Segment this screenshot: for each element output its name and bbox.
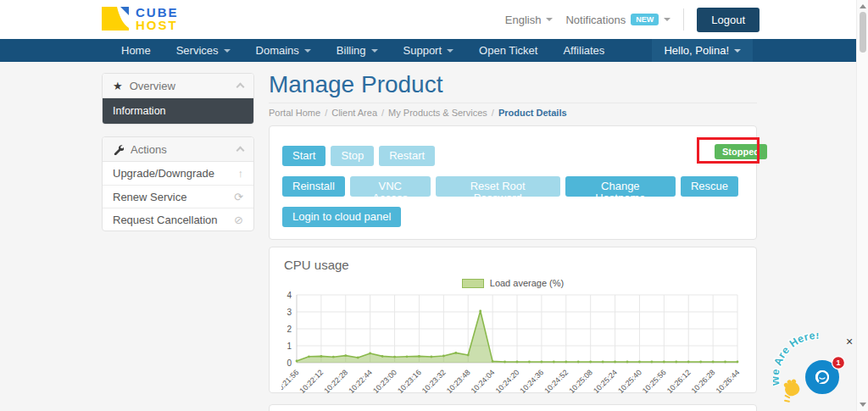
star-icon: ★ <box>113 80 123 92</box>
language-label: English <box>505 14 542 26</box>
user-greeting-dropdown[interactable]: Hello, Polina! <box>652 39 753 62</box>
svg-text:10:23:16: 10:23:16 <box>396 368 423 393</box>
breadcrumb: Portal Home/Client Area/My Products & Se… <box>269 108 567 118</box>
rescue-button[interactable]: Rescue <box>681 176 738 197</box>
nav-item-open-ticket[interactable]: Open Ticket <box>466 39 550 62</box>
svg-text:4: 4 <box>287 291 292 300</box>
svg-text:10:23:00: 10:23:00 <box>371 368 398 393</box>
breadcrumb-portal-home[interactable]: Portal Home <box>269 108 320 118</box>
chat-widget-graphic: 1 We Are Here! <box>773 333 858 408</box>
svg-text:10:25:56: 10:25:56 <box>641 368 668 393</box>
svg-text:10:22:44: 10:22:44 <box>347 368 374 393</box>
cpu-usage-panel: CPU usage Load average (%) 0123410:21:56… <box>269 247 757 393</box>
svg-text:1: 1 <box>287 342 292 351</box>
scrollbar-down-arrow-icon[interactable] <box>860 403 866 407</box>
nav-item-home[interactable]: Home <box>108 39 164 62</box>
svg-text:10:23:48: 10:23:48 <box>445 368 472 393</box>
nav-item-billing[interactable]: Billing <box>324 39 391 62</box>
restart-button[interactable]: Restart <box>379 146 435 166</box>
main-navbar: HomeServicesDomainsBillingSupportOpen Ti… <box>0 39 868 62</box>
new-badge: NEW <box>631 14 659 25</box>
sidebar-item-upgrade-downgrade[interactable]: Upgrade/Downgrade↑ <box>103 162 253 185</box>
sidebar-item-request-cancellation[interactable]: Request Cancellation⊘ <box>103 208 253 230</box>
overview-panel: ★ Overview Information <box>102 73 254 125</box>
login-to-cloud-panel-button[interactable]: Login to cloud panel <box>282 207 401 227</box>
waving-hand-icon <box>778 377 804 403</box>
nav-items: HomeServicesDomainsBillingSupportOpen Ti… <box>108 39 617 62</box>
svg-text:10:22:12: 10:22:12 <box>298 368 325 393</box>
action-items: Upgrade/Downgrade↑Renew Service⟳Request … <box>103 162 253 230</box>
wrench-icon <box>113 144 124 155</box>
action-label: Request Cancellation <box>113 214 218 226</box>
overview-title: Overview <box>130 80 175 92</box>
notifications-label: Notifications <box>565 14 626 26</box>
page-title: Manage Product <box>269 71 442 98</box>
chevron-down-icon <box>224 49 231 53</box>
header-right-controls: English Notifications NEW Logout <box>505 0 760 39</box>
nav-item-domains[interactable]: Domains <box>243 39 324 62</box>
top-header: CUBE HOST English Notifications NEW Logo… <box>0 0 868 39</box>
reset-root-password-button[interactable]: Reset Root Password <box>436 176 560 197</box>
legend-swatch-icon <box>462 279 484 288</box>
chevron-down-icon <box>734 49 741 53</box>
button-row: ReinstallVNC AccessReset Root PasswordCh… <box>282 176 743 197</box>
chevron-down-icon <box>664 18 670 21</box>
status-badge: Stopped <box>715 144 767 159</box>
svg-text:10:24:04: 10:24:04 <box>470 368 497 393</box>
svg-text:10:23:32: 10:23:32 <box>420 368 448 393</box>
chart-legend: Load average (%) <box>270 278 756 288</box>
chevron-down-icon <box>304 49 311 53</box>
svg-text:10:26:44: 10:26:44 <box>715 368 742 393</box>
scrollbar-up-arrow-icon[interactable] <box>860 4 866 8</box>
breadcrumb-separator: / <box>325 108 327 118</box>
breadcrumb-client-area[interactable]: Client Area <box>331 108 377 118</box>
language-dropdown[interactable]: English <box>505 14 554 26</box>
title-divider <box>269 103 757 103</box>
vertical-scrollbar[interactable] <box>856 0 868 411</box>
actions-title: Actions <box>131 143 167 156</box>
actions-panel: Actions Upgrade/Downgrade↑Renew Service⟳… <box>102 136 254 231</box>
chat-notification-badge: 1 <box>832 357 845 369</box>
sidebar: ★ Overview Information Actions Upgrade/D… <box>102 73 254 243</box>
chat-bubble-icon <box>810 365 834 389</box>
nav-item-support[interactable]: Support <box>391 39 467 62</box>
breadcrumb-product-details: Product Details <box>498 108 567 118</box>
svg-text:10:26:12: 10:26:12 <box>665 368 693 393</box>
nav-item-affiliates[interactable]: Affiliates <box>550 39 617 62</box>
chevron-down-icon <box>371 49 378 53</box>
stop-button[interactable]: Stop <box>331 146 374 166</box>
notifications-dropdown[interactable]: Notifications NEW <box>565 14 670 26</box>
breadcrumb-my-products-services[interactable]: My Products & Services <box>388 108 487 118</box>
chat-close-icon[interactable]: × <box>846 336 853 347</box>
chevron-up-icon <box>236 147 245 155</box>
reinstall-button[interactable]: Reinstall <box>282 176 345 197</box>
nav-item-services[interactable]: Services <box>164 39 243 62</box>
header-divider <box>683 8 684 31</box>
actions-panel-header[interactable]: Actions <box>103 137 253 162</box>
chevron-up-icon <box>236 83 245 92</box>
svg-text:10:25:40: 10:25:40 <box>616 368 643 393</box>
arrow-up-icon: ↑ <box>238 167 244 180</box>
refresh-icon: ⟳ <box>234 191 243 203</box>
overview-panel-header[interactable]: ★ Overview <box>103 74 253 98</box>
svg-text:10:26:28: 10:26:28 <box>690 368 717 393</box>
control-button-rows: StartStopRestartReinstallVNC AccessReset… <box>282 146 743 227</box>
breadcrumb-separator: / <box>381 108 384 118</box>
logo-word-cube: CUBE <box>136 6 179 19</box>
chevron-down-icon <box>447 49 453 53</box>
change-hostname-button[interactable]: Change Hostname <box>565 176 676 197</box>
live-chat-widget[interactable]: 1 We Are Here! × <box>773 333 858 408</box>
product-controls-panel: StartStopRestartReinstallVNC AccessReset… <box>269 125 757 240</box>
svg-text:10:24:52: 10:24:52 <box>542 368 570 393</box>
sidebar-item-renew-service[interactable]: Renew Service⟳ <box>103 185 253 208</box>
scrollbar-thumb[interactable] <box>860 12 866 53</box>
breadcrumb-separator: / <box>492 108 494 118</box>
svg-text:10:24:20: 10:24:20 <box>494 368 521 393</box>
sidebar-item-information[interactable]: Information <box>103 98 253 124</box>
cubehost-logo[interactable]: CUBE HOST <box>100 5 179 32</box>
vnc-access-button[interactable]: VNC Access <box>350 176 431 197</box>
next-panel-partial <box>269 404 757 411</box>
logo-word-host: HOST <box>136 19 179 31</box>
start-button[interactable]: Start <box>282 146 326 166</box>
logout-button[interactable]: Logout <box>697 8 760 32</box>
